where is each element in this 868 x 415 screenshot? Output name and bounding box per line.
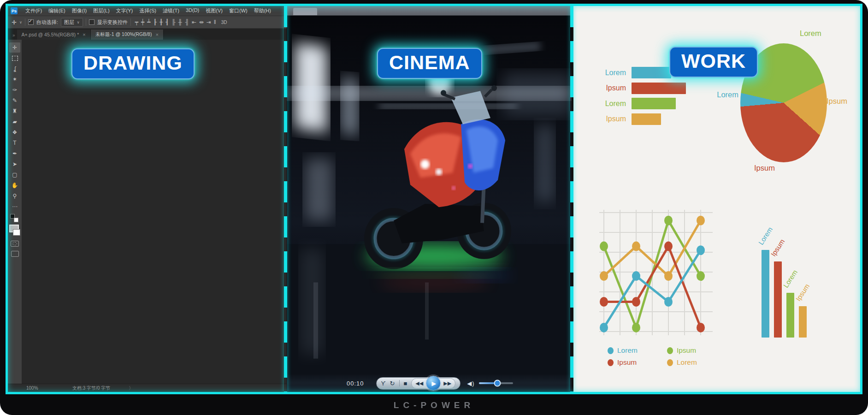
document-tab[interactable]: 未标题-1 @ 100%(RGB/8)× xyxy=(91,30,164,40)
monitor-advert-screenshot: LC-POWER Ps 文件(F)编辑(E)图像(I)图层(L)文字(Y)选择(… xyxy=(0,0,868,415)
auto-select-dropdown[interactable]: 图层 ∨ xyxy=(61,18,83,27)
document-tab[interactable]: A+.psd @ 45.5%(RGB/8) *× xyxy=(17,30,91,40)
distribute-right-icon[interactable]: ⇥ xyxy=(205,19,213,25)
move-tool-icon[interactable]: ✛ xyxy=(12,19,17,26)
zone-divider xyxy=(570,6,573,392)
paint-bucket-tool[interactable]: ❖ xyxy=(9,127,20,137)
rewind-button[interactable]: ◀◀ xyxy=(415,381,423,386)
bar xyxy=(632,83,686,94)
status-chevron-icon[interactable]: 〉 xyxy=(129,385,133,391)
move-tool[interactable]: ✛ xyxy=(9,42,20,53)
menu-item[interactable]: 文件(F) xyxy=(22,7,45,14)
menu-items: 文件(F)编辑(E)图像(I)图层(L)文字(Y)选择(S)滤镜(T)3D(D)… xyxy=(22,7,274,14)
menu-item[interactable]: 选择(S) xyxy=(136,7,159,14)
zone-divider xyxy=(284,6,287,392)
align-bottom-icon[interactable]: ┷ xyxy=(146,19,152,25)
video-window-tab xyxy=(293,8,317,15)
line-chart-svg xyxy=(597,208,716,339)
photoshop-menubar: Ps 文件(F)编辑(E)图像(I)图层(L)文字(Y)选择(S)滤镜(T)3D… xyxy=(8,6,287,16)
shuffle-button[interactable]: ϒ xyxy=(381,380,386,386)
show-transform-checkbox[interactable] xyxy=(89,19,94,25)
brand-logo: LC-POWER xyxy=(0,401,868,410)
direct-selection-tool[interactable]: ➤ xyxy=(9,159,20,169)
bar-label: Ipsum xyxy=(794,282,811,302)
align-right-icon[interactable]: ┨ xyxy=(164,19,170,25)
menu-item[interactable]: 视图(V) xyxy=(202,7,226,14)
screen-mode-button[interactable] xyxy=(11,251,19,257)
distribute-spacing-icon[interactable]: ‖ xyxy=(213,19,218,25)
cinema-mode-badge: CINEMA xyxy=(377,48,482,79)
hand-tool[interactable]: ✋ xyxy=(9,180,20,190)
marquee-tool[interactable] xyxy=(9,53,20,63)
magic-wand-tool[interactable]: ✶ xyxy=(9,74,20,84)
bar xyxy=(632,67,671,78)
shape-tool[interactable]: ▢ xyxy=(9,170,20,180)
volume-slider[interactable] xyxy=(479,382,513,384)
distribute-vcenter-icon[interactable]: ╫ xyxy=(177,19,184,25)
align-hcenter-icon[interactable]: ╂ xyxy=(158,19,164,25)
clone-stamp-tool[interactable]: ♜ xyxy=(9,106,20,116)
type-tool[interactable]: T xyxy=(9,138,20,148)
quick-mask-button[interactable] xyxy=(11,241,19,247)
more-tools[interactable]: ⋯ xyxy=(9,202,20,212)
volume-mute-button[interactable]: ◀) xyxy=(467,380,474,387)
stop-button[interactable]: ■ xyxy=(404,380,407,386)
tab-close-icon[interactable]: × xyxy=(83,32,85,37)
video-window-titlebar[interactable] xyxy=(287,6,572,16)
vertical-bar-chart: LoremIpsumLoremIpsum xyxy=(762,208,840,338)
legend-label: Ipsum xyxy=(617,358,637,367)
photoshop-toolbar: ✛ʆ✶✑✎♜▰❖T✒➤▢✋⚲⋯ xyxy=(8,40,22,384)
separator xyxy=(399,380,400,386)
distribute-hcenter-icon[interactable]: ⇹ xyxy=(198,19,205,25)
auto-select-checkbox[interactable] xyxy=(28,19,34,25)
align-left-icon[interactable]: ┠ xyxy=(152,19,158,25)
background-color xyxy=(13,229,20,236)
foreground-background-swatches[interactable] xyxy=(9,225,20,236)
legend-dot-icon xyxy=(608,347,614,354)
distribute-left-icon[interactable]: ⇤ xyxy=(190,19,198,25)
legend-dot-icon xyxy=(608,359,614,366)
eraser-tool[interactable]: ▰ xyxy=(9,117,20,127)
volume-thumb[interactable] xyxy=(494,380,501,387)
lasso-tool[interactable]: ʆ xyxy=(9,64,20,74)
align-icons-group: ┯┿┷┠╂┨╟╫╢⇤⇹⇥‖ xyxy=(134,19,218,25)
line-chart xyxy=(597,208,716,341)
menu-item[interactable]: 图层(L) xyxy=(90,7,112,14)
pen-tool[interactable]: ✒ xyxy=(9,148,20,159)
separator xyxy=(25,18,25,26)
chevron-down-icon: ∨ xyxy=(77,20,80,24)
zoom-tool[interactable]: ⚲ xyxy=(9,191,20,201)
legend-label: Lorem xyxy=(677,358,697,367)
bar-label: Ipsum xyxy=(769,237,786,258)
swap-colors-icon[interactable] xyxy=(10,214,19,223)
menu-item[interactable]: 窗口(W) xyxy=(226,7,251,14)
legend-item: Ipsum xyxy=(608,357,638,368)
photoshop-tabbar: » A+.psd @ 45.5%(RGB/8) *×未标题-1 @ 100%(R… xyxy=(8,29,287,40)
menu-item[interactable]: 图像(I) xyxy=(69,7,90,14)
menu-item[interactable]: 3D(D) xyxy=(183,7,202,14)
align-vcenter-icon[interactable]: ┿ xyxy=(140,19,146,25)
bar xyxy=(762,250,769,338)
repeat-button[interactable]: ↻ xyxy=(390,380,395,386)
photoshop-canvas[interactable] xyxy=(22,40,287,384)
bar-chart-row: Lorem xyxy=(586,96,702,112)
brush-tool[interactable]: ✎ xyxy=(9,95,20,106)
menu-item[interactable]: 滤镜(T) xyxy=(159,7,183,14)
drawing-mode-badge: DRAWING xyxy=(71,48,195,79)
fast-forward-button[interactable]: ▶▶ xyxy=(443,381,451,386)
align-top-icon[interactable]: ┯ xyxy=(134,19,140,25)
tab-close-icon[interactable]: × xyxy=(155,32,158,37)
play-button[interactable]: ▶ xyxy=(426,376,441,391)
document-size-info: 文档:3 字节/0 字节 xyxy=(72,385,110,391)
zoom-level[interactable]: 100% xyxy=(26,385,54,391)
tab-overflow-icon[interactable]: » xyxy=(8,33,17,40)
pie-slice-label: Lorem xyxy=(800,29,821,38)
distribute-top-icon[interactable]: ╟ xyxy=(170,19,177,25)
menu-item[interactable]: 编辑(E) xyxy=(45,7,69,14)
legend-item: Lorem xyxy=(667,357,697,368)
distribute-bottom-icon[interactable]: ╢ xyxy=(183,19,190,25)
legend-item: Ipsum xyxy=(667,345,697,356)
menu-item[interactable]: 帮助(H) xyxy=(251,7,274,14)
eyedropper-tool[interactable]: ✑ xyxy=(9,85,20,95)
menu-item[interactable]: 文字(Y) xyxy=(113,7,136,14)
